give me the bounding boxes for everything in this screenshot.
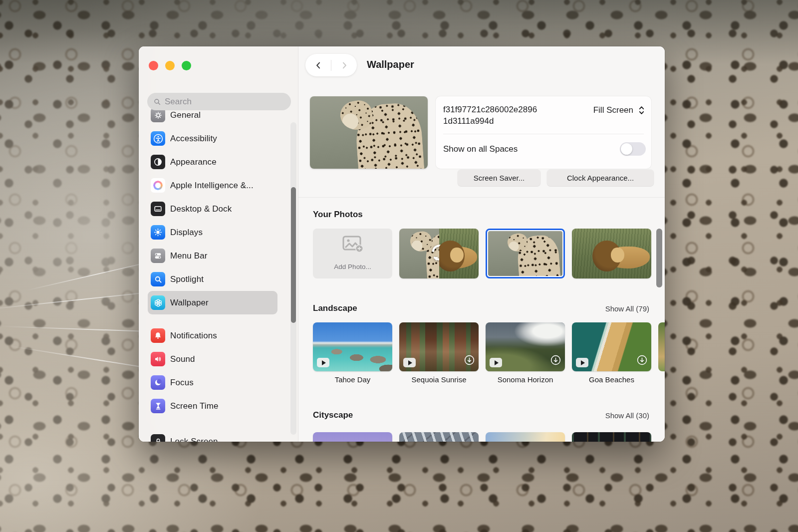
show-on-all-spaces-toggle[interactable] (620, 142, 646, 156)
sidebar-item-desktop-dock[interactable]: Desktop & Dock (148, 197, 277, 221)
landscape-tiles (313, 322, 651, 371)
sidebar-scrollbar-thumb[interactable] (291, 187, 296, 323)
toggle-knob (621, 143, 632, 155)
leopard-photo-tile-selected[interactable] (486, 229, 565, 278)
sidebar-item-menu-bar[interactable]: Menu Bar (148, 244, 277, 267)
sidebar-scrollbar-track[interactable] (290, 122, 296, 435)
sidebar-item-wallpaper[interactable]: Wallpaper (148, 291, 277, 314)
sidebar-item-label: Lock Screen (170, 437, 218, 442)
search-input[interactable]: Search (147, 93, 291, 110)
sidebar-group-gap (148, 418, 277, 430)
cityscape-show-all[interactable]: Show All (30) (605, 411, 649, 420)
clock-appearance-button[interactable]: Clock Appearance... (547, 170, 654, 186)
sidebar-group-gap (148, 314, 277, 324)
page-title: Wallpaper (367, 59, 414, 70)
cityscape-tile-1[interactable] (313, 432, 392, 442)
rosette-icon (151, 295, 165, 310)
lion-photo-tile[interactable] (572, 229, 651, 278)
accessibility-icon (151, 131, 165, 146)
forward-button[interactable] (331, 54, 357, 76)
tahoe-day-tile[interactable] (313, 322, 392, 371)
your-photos-tiles: Add Photo... (313, 229, 651, 278)
sonoma-horizon-tile[interactable] (486, 322, 565, 371)
sidebar-item-label: Menu Bar (170, 251, 208, 261)
sidebar-list: General Accessibility Appearance Apple I… (148, 103, 277, 442)
lion-photo (572, 229, 651, 278)
play-icon (403, 358, 416, 367)
leopard-photo (310, 96, 428, 169)
cityscape-tile-4[interactable] (572, 432, 651, 442)
sidebar-item-label: Accessibility (170, 134, 217, 144)
current-wallpaper-preview (310, 96, 428, 169)
tile-label: Sequoia Sunrise (399, 375, 479, 384)
traffic-lights (149, 61, 191, 70)
sidebar-item-screen-time[interactable]: Screen Time (148, 394, 277, 418)
wallpaper-info-panel: f31f97721c286002e2896 1d3111a994d Fill S… (436, 96, 651, 169)
landscape-partial-tile[interactable] (658, 322, 665, 371)
auto-rotate-tile[interactable] (399, 229, 479, 278)
tile-label: Tahoe Day (313, 375, 392, 384)
back-button[interactable] (305, 54, 331, 76)
magnifier-icon (151, 272, 165, 286)
fill-mode-popup[interactable]: Fill Screen (593, 104, 645, 116)
section-divider (298, 197, 665, 198)
dock-icon (151, 202, 165, 216)
sidebar-item-label: Spotlight (170, 274, 204, 284)
show-on-all-spaces-label: Show on all Spaces (443, 144, 518, 154)
cityscape-tiles (313, 432, 651, 442)
sidebar-item-appearance[interactable]: Appearance (148, 150, 277, 174)
sidebar-item-apple-intelligence[interactable]: Apple Intelligence &... (148, 174, 277, 197)
chevron-right-icon (339, 60, 349, 70)
moon-icon (151, 375, 165, 390)
play-icon (490, 358, 502, 367)
sidebar-item-accessibility[interactable]: Accessibility (148, 127, 277, 150)
add-photo-label: Add Photo... (313, 263, 392, 270)
hourglass-icon (151, 399, 165, 413)
leopard-photo (488, 231, 562, 276)
sidebar-item-focus[interactable]: Focus (148, 371, 277, 394)
apple-intelligence-icon (151, 178, 165, 193)
play-icon (317, 358, 329, 367)
sidebar-item-lock-screen[interactable]: Lock Screen (148, 430, 277, 442)
system-settings-window: General Accessibility Appearance Apple I… (139, 46, 665, 442)
download-icon[interactable] (464, 355, 475, 367)
sidebar-item-notifications[interactable]: Notifications (148, 324, 277, 347)
your-photos-title: Your Photos (313, 210, 363, 220)
sidebar-item-label: General (170, 110, 201, 120)
zoom-icon[interactable] (182, 61, 191, 70)
sidebar-item-label: Appearance (170, 157, 217, 167)
cityscape-title: Cityscape (313, 410, 353, 420)
sidebar-item-label: Desktop & Dock (170, 204, 232, 214)
cityscape-tile-3[interactable] (486, 432, 565, 442)
contrast-icon (151, 155, 165, 169)
landscape-labels: Tahoe Day Sequoia Sunrise Sonoma Horizon… (313, 375, 651, 384)
sidebar-item-label: Focus (170, 378, 194, 388)
close-icon[interactable] (149, 61, 158, 70)
lion-half (439, 229, 479, 278)
history-nav (305, 54, 357, 76)
picture-plus-icon (341, 235, 364, 256)
screen-saver-button[interactable]: Screen Saver... (458, 170, 540, 186)
content-scrollbar-thumb[interactable] (656, 229, 662, 287)
sidebar-item-displays[interactable]: Displays (148, 221, 277, 244)
minimize-icon[interactable] (165, 61, 175, 70)
sidebar-item-sound[interactable]: Sound (148, 347, 277, 371)
wallpaper-pane: Wallpaper f31f97721c286002e2896 1d3111a9… (298, 46, 665, 442)
tile-label: Goa Beaches (572, 375, 651, 384)
download-icon[interactable] (637, 355, 647, 367)
download-icon[interactable] (550, 355, 561, 367)
up-down-chevrons-icon (638, 104, 645, 116)
landscape-title: Landscape (313, 303, 357, 313)
speaker-icon (151, 352, 165, 366)
search-icon (153, 98, 161, 106)
sidebar-item-spotlight[interactable]: Spotlight (148, 267, 277, 291)
landscape-show-all[interactable]: Show All (79) (605, 304, 649, 313)
goa-beaches-tile[interactable] (572, 322, 651, 371)
toggles-icon (151, 249, 165, 263)
cityscape-tile-2[interactable] (399, 432, 479, 442)
sidebar: General Accessibility Appearance Apple I… (139, 46, 298, 442)
panel-divider (443, 134, 644, 134)
sequoia-sunrise-tile[interactable] (399, 322, 479, 371)
play-icon (576, 358, 588, 367)
add-photo-tile[interactable]: Add Photo... (313, 229, 392, 278)
